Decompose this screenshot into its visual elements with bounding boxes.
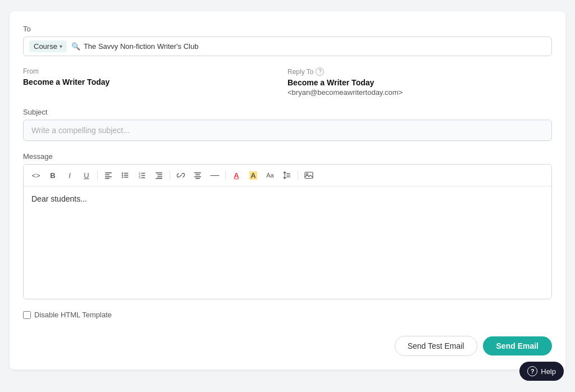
from-value: Become a Writer Today: [23, 78, 288, 86]
footer-row: Send Test Email Send Email: [23, 336, 552, 356]
svg-rect-15: [142, 177, 145, 178]
toolbar-divider-2: [170, 170, 170, 180]
toolbar-text-color-btn[interactable]: A: [229, 168, 244, 183]
svg-point-4: [122, 172, 123, 174]
toolbar-italic-btn[interactable]: I: [62, 168, 77, 183]
svg-rect-1: [105, 175, 109, 176]
email-compose-form: To Course ▾ 🔍 From Become a Writer Today…: [10, 11, 565, 370]
course-badge[interactable]: Course ▾: [29, 40, 67, 52]
from-replyto-row: From Become a Writer Today Reply To ? Be…: [23, 67, 552, 97]
to-label: To: [23, 25, 552, 33]
toolbar-code-btn[interactable]: <>: [28, 168, 44, 183]
svg-rect-13: [142, 175, 145, 176]
reply-to-name: Become a Writer Today: [288, 78, 552, 87]
from-section: From Become a Writer Today: [23, 67, 288, 97]
svg-rect-27: [305, 172, 313, 179]
svg-rect-20: [194, 172, 201, 174]
reply-to-email: <bryan@becomeawritertoday.com>: [288, 88, 552, 97]
svg-rect-9: [124, 177, 129, 177]
toolbar-hr-btn[interactable]: —: [207, 168, 222, 183]
toolbar-font-size-btn[interactable]: Aa: [262, 168, 278, 183]
toolbar-line-height-btn[interactable]: [279, 168, 295, 183]
toolbar-image-btn[interactable]: [301, 168, 317, 183]
message-label: Message: [23, 152, 552, 161]
disable-html-checkbox[interactable]: [23, 311, 31, 319]
svg-rect-18: [157, 176, 162, 177]
disable-html-label[interactable]: Disable HTML Template: [34, 311, 112, 319]
help-fab[interactable]: ? Help: [519, 362, 564, 381]
svg-rect-22: [194, 176, 201, 177]
message-editor: <> B I U: [23, 164, 552, 299]
toolbar-align-btn[interactable]: [190, 168, 206, 183]
reply-to-help-icon[interactable]: ?: [316, 67, 324, 76]
svg-rect-26: [286, 176, 290, 177]
svg-rect-7: [124, 175, 129, 175]
help-fab-label: Help: [541, 367, 556, 376]
toolbar-divider-3: [225, 170, 226, 180]
message-body[interactable]: Dear students...: [24, 186, 551, 299]
help-circle-icon: ?: [527, 366, 537, 376]
message-toolbar: <> B I U: [24, 165, 551, 186]
toolbar-bold-btn[interactable]: B: [45, 168, 61, 183]
svg-text:3.: 3.: [139, 176, 141, 179]
toolbar-highlight-btn[interactable]: A: [245, 168, 261, 183]
reply-to-label: Reply To ?: [288, 67, 552, 76]
toolbar-link-btn[interactable]: [173, 168, 189, 183]
toolbar-divider-1: [97, 170, 98, 180]
svg-rect-19: [156, 178, 162, 179]
subject-section: Subject: [23, 108, 552, 141]
toolbar-indent-btn[interactable]: [151, 168, 167, 183]
svg-rect-0: [105, 172, 112, 174]
toolbar-align-left-btn[interactable]: [101, 168, 116, 183]
toolbar-underline-btn[interactable]: U: [79, 168, 94, 183]
search-icon: 🔍: [71, 42, 80, 51]
to-row: Course ▾ 🔍: [23, 37, 552, 56]
subject-input[interactable]: [23, 120, 552, 141]
reply-to-section: Reply To ? Become a Writer Today <bryan@…: [288, 67, 552, 97]
svg-rect-17: [157, 175, 162, 176]
disable-html-row: Disable HTML Template: [23, 311, 552, 319]
svg-rect-16: [156, 172, 162, 174]
svg-point-6: [122, 175, 123, 176]
toolbar-list-ol-btn[interactable]: 1. 2. 3.: [134, 168, 150, 183]
toolbar-list-ul-btn[interactable]: [117, 168, 133, 183]
chevron-down-icon: ▾: [60, 43, 62, 49]
svg-rect-21: [195, 175, 200, 176]
from-label: From: [23, 67, 288, 75]
svg-rect-3: [105, 178, 109, 179]
toolbar-divider-4: [298, 170, 298, 180]
to-search-input[interactable]: [84, 42, 546, 51]
svg-rect-5: [124, 173, 129, 174]
svg-rect-25: [286, 175, 290, 175]
svg-point-8: [122, 176, 123, 177]
send-email-button[interactable]: Send Email: [483, 336, 552, 355]
svg-rect-24: [286, 174, 290, 174]
svg-rect-2: [105, 176, 112, 177]
send-test-email-button[interactable]: Send Test Email: [395, 336, 477, 356]
course-badge-label: Course: [34, 42, 57, 51]
svg-rect-23: [195, 178, 200, 179]
message-section: Message <> B I U: [23, 152, 552, 299]
subject-label: Subject: [23, 108, 552, 116]
svg-rect-11: [142, 173, 145, 174]
